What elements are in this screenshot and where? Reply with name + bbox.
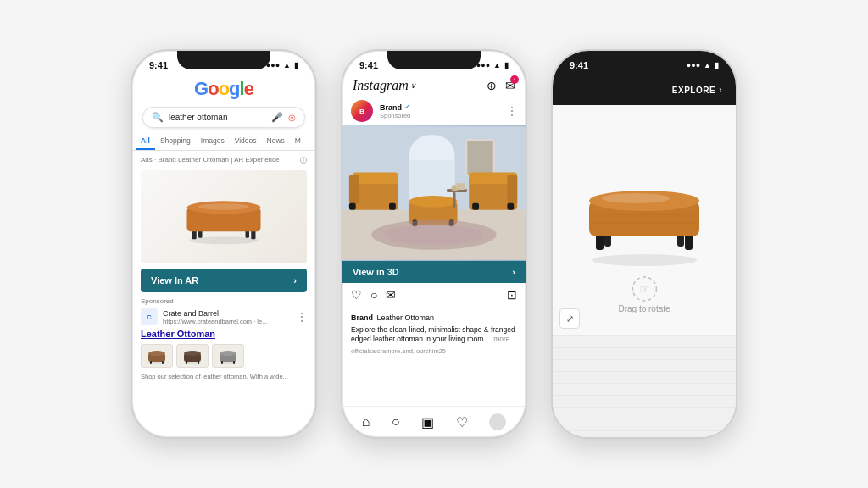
- share-icon[interactable]: ✉: [386, 288, 396, 302]
- more-link[interactable]: more: [493, 335, 509, 343]
- tab-news[interactable]: News: [262, 133, 290, 150]
- ad-info-icon[interactable]: ⓘ: [300, 156, 307, 165]
- drag-text: Drag to rotate: [618, 304, 670, 313]
- dm-icon[interactable]: ✉ 4: [505, 79, 515, 92]
- svg-point-56: [602, 193, 670, 203]
- caption-product: Leather Ottoman: [376, 313, 434, 322]
- explore-arrow: ›: [719, 86, 722, 95]
- svg-rect-38: [507, 203, 514, 210]
- search-query: leather ottoman: [169, 113, 266, 122]
- scene: 9:41 ●●● ▲ ▮ Google 🔍 leather ottoman 🎤 …: [0, 0, 868, 488]
- tab-videos[interactable]: Videos: [230, 133, 262, 150]
- phone-2-inner: Instagram ∨ ⊕ ✉ 4 B Brand ✓: [342, 75, 526, 437]
- tab-more[interactable]: M: [290, 133, 306, 150]
- wifi-icon-2: ▲: [493, 61, 501, 69]
- svg-point-10: [148, 351, 165, 356]
- expand-button[interactable]: ⤢: [559, 308, 580, 329]
- thumb-1[interactable]: [141, 344, 173, 368]
- svg-point-49: [592, 254, 697, 266]
- three-dots-icon[interactable]: ⋮: [297, 311, 307, 323]
- svg-text:☞: ☞: [639, 282, 650, 296]
- mic-icon[interactable]: 🎤: [271, 112, 283, 123]
- horizontal-lines: [553, 336, 736, 437]
- post-username: Brand ✓: [380, 103, 500, 112]
- brand-name: Crate and Barrel: [163, 309, 292, 318]
- view-ar-chevron: ›: [293, 275, 297, 286]
- verified-icon: ✓: [404, 103, 410, 111]
- view-ar-button[interactable]: View In AR ›: [141, 269, 307, 292]
- rotate-hand-icon: ☞: [631, 275, 658, 302]
- status-icons-1: ●●● ▲ ▮: [266, 61, 298, 69]
- phone-google: 9:41 ●●● ▲ ▮ Google 🔍 leather ottoman 🎤 …: [131, 49, 317, 439]
- time-1: 9:41: [149, 60, 168, 70]
- room-scene-svg: [342, 125, 526, 261]
- instagram-chevron[interactable]: ∨: [410, 81, 416, 90]
- post-image: [342, 125, 526, 261]
- google-search-bar[interactable]: 🔍 leather ottoman 🎤 ◎: [142, 107, 305, 128]
- instagram-header-icons: ⊕ ✉ 4: [487, 79, 515, 92]
- svg-rect-28: [467, 141, 492, 175]
- brand-row: C Crate and Barrel https://www.crateandb…: [141, 308, 307, 325]
- wifi-icon-3: ▲: [704, 61, 711, 69]
- plus-icon[interactable]: ⊕: [487, 79, 497, 92]
- svg-rect-31: [349, 175, 359, 203]
- thumb-3[interactable]: [212, 344, 244, 368]
- post-caption: Brand Leather Ottoman Explore the clean-…: [342, 307, 526, 346]
- tab-images[interactable]: Images: [196, 133, 230, 150]
- brand-url: https://www.crateandbarrel.com · le...: [163, 318, 292, 325]
- post-user-info: Brand ✓ Sponsored: [380, 103, 500, 119]
- svg-point-44: [384, 225, 484, 245]
- google-tabs: All Shopping Images Videos News M: [132, 133, 315, 151]
- google-content: Ads · Brand Leather Ottoman | AR Experie…: [132, 151, 315, 437]
- google-logo: Google: [142, 78, 305, 100]
- nav-heart-icon[interactable]: ♡: [456, 414, 468, 430]
- svg-point-15: [184, 351, 201, 356]
- post-avatar: B: [351, 100, 373, 122]
- logo-g2: g: [229, 78, 239, 100]
- tab-all[interactable]: All: [136, 133, 155, 150]
- view-3d-button[interactable]: View in 3D ›: [342, 261, 526, 283]
- logo-o2: o: [219, 78, 229, 100]
- caption-brand: Brand: [351, 313, 373, 322]
- svg-rect-26: [409, 160, 455, 202]
- nav-search-icon[interactable]: ○: [392, 414, 400, 430]
- status-icons-3: ●●● ▲ ▮: [687, 61, 719, 69]
- svg-rect-21: [221, 361, 223, 364]
- product-link[interactable]: Leather Ottoman: [141, 329, 307, 339]
- svg-rect-33: [389, 203, 396, 210]
- nav-home-icon[interactable]: ⌂: [362, 414, 370, 430]
- thumb-row: [141, 344, 307, 368]
- time-3: 9:41: [570, 60, 588, 70]
- nav-profile-icon[interactable]: [489, 413, 506, 430]
- save-icon[interactable]: ⊡: [507, 288, 517, 302]
- logo-e: e: [244, 78, 253, 100]
- logo-g1: G: [194, 78, 208, 100]
- comment-icon[interactable]: ○: [370, 288, 377, 302]
- drag-hint: ☞ Drag to rotate: [618, 275, 670, 313]
- sponsored-label: Sponsored: [141, 297, 307, 305]
- thumb-2[interactable]: [176, 344, 209, 368]
- ottoman-ar-container: ☞ Drag to rotate: [572, 157, 716, 284]
- search-icon: 🔍: [152, 112, 164, 123]
- brand-info: Crate and Barrel https://www.crateandbar…: [163, 309, 292, 325]
- notch-3: [598, 51, 691, 69]
- phone-3-inner: EXPLORE ›: [553, 75, 736, 437]
- svg-rect-17: [198, 361, 199, 364]
- time-2: 9:41: [359, 60, 378, 70]
- explore-button[interactable]: EXPLORE ›: [672, 86, 722, 95]
- brand-icon: C: [141, 308, 158, 325]
- svg-rect-11: [150, 361, 152, 364]
- battery-icon-2: ▮: [504, 61, 509, 69]
- ar-header: EXPLORE ›: [553, 75, 736, 105]
- nav-reels-icon[interactable]: ▣: [421, 414, 434, 430]
- logo-o1: o: [208, 78, 218, 100]
- like-icon[interactable]: ♡: [351, 288, 362, 302]
- svg-point-7: [198, 203, 249, 210]
- post-options-icon[interactable]: ⋮: [507, 105, 517, 117]
- notch-2: [387, 51, 481, 69]
- phone-ar: 9:41 ●●● ▲ ▮ EXPLORE ›: [551, 49, 737, 439]
- lens-icon[interactable]: ◎: [288, 113, 296, 122]
- svg-rect-48: [457, 183, 465, 190]
- tab-shopping[interactable]: Shopping: [155, 133, 196, 150]
- notch-1: [177, 51, 270, 69]
